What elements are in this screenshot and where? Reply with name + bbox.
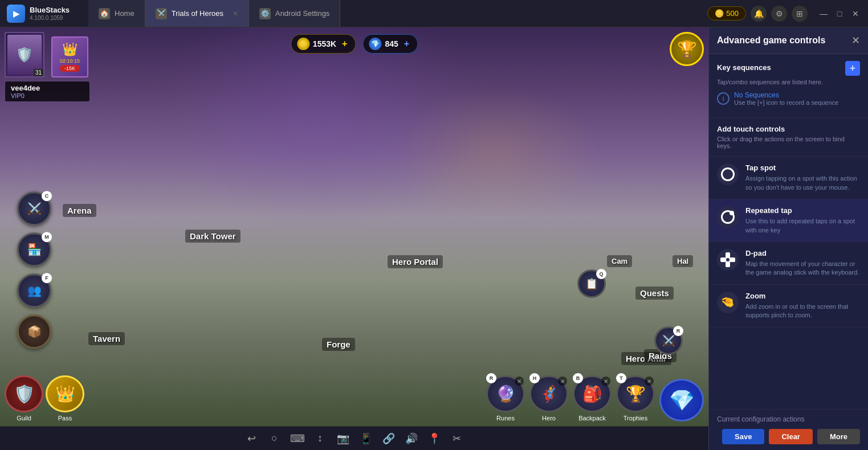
gem-resource: 💎 845 + [362,34,418,54]
bottom-bar: 🛡️ Guild 👑 Pass ✕ 🔮 R Runes ✕ 🦸 H [0,375,708,422]
gem-amount: 845 [385,39,398,48]
gem-add-button[interactable]: + [404,39,409,49]
market-icon: 🏪 [27,243,42,256]
tap-spot-info: Tap spot Assign tapping on a spot with t… [745,163,860,192]
gold-add-button[interactable]: + [342,39,347,49]
runes-close-icon: ✕ [515,377,524,386]
trophies-button[interactable]: ✕ 🏆 T Trophies [616,375,655,422]
minimize-button[interactable]: — [817,7,830,21]
rotate-icon[interactable]: ↕ [311,429,329,448]
trophies-close-icon: ✕ [645,377,654,386]
more-button[interactable]: More [817,429,860,444]
location-icon[interactable]: 📍 [425,429,443,448]
hero-portal-label: Hero Portal [388,255,443,268]
friends-icon: 👥 [27,284,42,297]
market-button[interactable]: M 🏪 [17,232,51,267]
repeated-tap-info: Repeated tap Use this to add repeated ta… [745,206,860,235]
market-hotkey: M [42,232,52,242]
key-sequences-title: Key sequences [717,63,771,72]
trophies-label: Trophies [624,415,647,422]
quests-button[interactable]: Q 📋 [577,269,606,298]
current-config-label: Current configuration actions [717,415,860,423]
link-icon[interactable]: 🔗 [380,429,398,448]
back-icon[interactable]: ↩ [243,429,261,448]
arena-button[interactable]: C ⚔️ [17,191,51,226]
right-panel: Advanced game controls ✕ Key sequences +… [708,27,868,450]
tab-android[interactable]: ⚙️ Android Settings [249,0,340,27]
pass-timer: 02:10:15 [60,58,80,64]
player-avatar[interactable]: 🛡️ 31 [5,32,44,77]
keyboard-icon[interactable]: ⌨ [288,429,307,448]
hero-close-icon: ✕ [558,377,567,386]
coin-icon: 🪙 [715,9,724,18]
android-tab-icon: ⚙️ [259,8,271,19]
tab-trials[interactable]: ⚔️ Trials of Heroes ✕ [145,0,249,27]
forge-label: Forge [322,338,355,351]
runes-button[interactable]: ✕ 🔮 R Runes [486,375,525,422]
footer-buttons: Save Clear More [717,429,860,444]
gold-resource: 🪙 1553K + [291,34,356,54]
repeated-tap-name: Repeated tap [745,206,860,215]
backpack-button[interactable]: ✕ 🎒 B Backpack [573,375,612,422]
top-bar-right: 🪙 500 🔔 ⚙ ⊞ — □ ✕ [702,6,868,22]
add-sequence-button[interactable]: + [845,61,860,76]
screenshot-icon[interactable]: 📷 [334,429,352,448]
notification-icon[interactable]: 🔔 [751,6,767,22]
key-sequences-section: Key sequences + Tap/combo sequences are … [709,54,868,118]
d-pad-info: D-pad Map the movement of your character… [745,249,860,277]
guild-icon: 🛡️ [5,375,43,412]
tap-spot-desc: Assign tapping on a spot with this actio… [745,174,860,192]
misc-button[interactable]: 📦 [17,314,51,349]
settings-icon[interactable]: ⚙ [771,6,787,22]
tap-spot-control[interactable]: Tap spot Assign tapping on a spot with t… [709,157,868,199]
expand-icon[interactable]: ⊞ [792,6,808,22]
misc-icon: 📦 [27,325,42,338]
player-level: 31 [34,69,43,76]
repeated-tap-control[interactable]: Repeated tap Use this to add repeated ta… [709,199,868,242]
home-icon[interactable]: ○ [266,429,284,448]
gem-big-button[interactable]: 💎 [659,379,704,422]
zoom-control[interactable]: 🤏 Zoom Add zoom in or out to the screen … [709,285,868,328]
tab-home[interactable]: 🏠 Home [88,0,145,27]
volume-icon[interactable]: 🔊 [402,429,421,448]
runes-hotkey: R [486,373,496,383]
coin-display: 🪙 500 [707,6,746,21]
save-button[interactable]: Save [722,429,764,444]
backpack-label: Backpack [578,415,606,422]
trophy-corner-icon[interactable]: 🏆 [670,32,704,66]
pass-badge: 👑 02:10:15 -15K [51,36,88,77]
guild-label: Guild [17,415,31,422]
hero-hotkey: H [529,373,540,383]
clear-button[interactable]: Clear [769,429,813,444]
guild-button[interactable]: 🛡️ Guild [5,375,43,422]
pass-button[interactable]: 👑 Pass [46,375,84,422]
add-touch-controls-section: Add touch controls Click or drag the act… [709,118,868,157]
zoom-icon: 🤏 [717,292,739,313]
close-button[interactable]: ✕ [849,7,862,21]
app-version: 4.100.0.1059 [30,15,70,21]
no-sequences-hint: Use the [+] icon to record a sequence [734,99,838,106]
bluestacks-info: BlueStacks 4.100.0.1059 [30,6,70,21]
info-icon: i [717,92,730,105]
quests-label: Quests [635,287,674,300]
dark-tower-label: Dark Tower [185,230,241,243]
raids-button[interactable]: R ⚔️ [654,326,683,355]
game-area: 🛡️ 31 👑 02:10:15 -15K vee4dee VIP0 🪙 155… [0,27,708,450]
no-sequences-label: No Sequences [734,91,838,99]
pass-icon: 👑 [46,375,84,412]
pass-label: Pass [58,415,72,422]
phone-icon[interactable]: 📱 [357,429,375,448]
quests-icon: 📋 [585,277,598,290]
hero-button[interactable]: ✕ 🦸 H Hero [529,375,568,422]
friends-hotkey: F [42,273,52,283]
trials-tab-icon: ⚔️ [156,8,167,19]
friends-button[interactable]: F 👥 [17,273,51,308]
gold-icon: 🪙 [297,38,309,50]
maximize-button[interactable]: □ [833,7,846,21]
home-tab-icon: 🏠 [99,8,110,19]
trials-tab-close[interactable]: ✕ [233,10,238,18]
scissors-icon[interactable]: ✂ [448,429,466,448]
panel-close-button[interactable]: ✕ [851,34,860,47]
d-pad-control[interactable]: D-pad Map the movement of your character… [709,242,868,285]
arena-label: Arena [63,204,96,217]
